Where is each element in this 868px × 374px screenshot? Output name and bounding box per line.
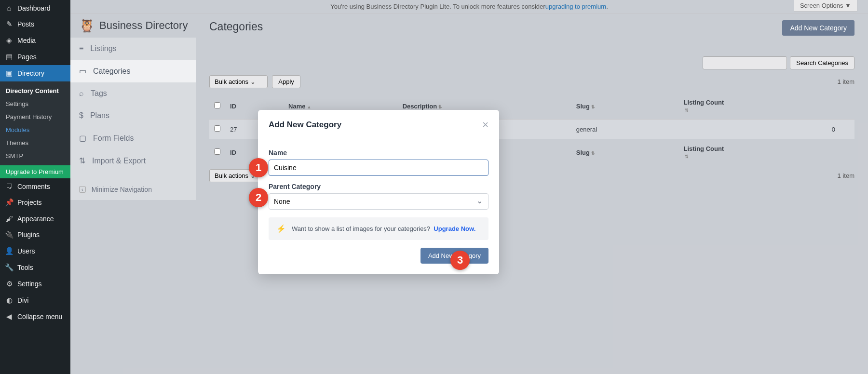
plugins-icon: 🔌 <box>5 230 14 239</box>
menu-tools[interactable]: 🔧Tools <box>0 259 70 276</box>
brand-icon: 🦉 <box>79 18 95 33</box>
categories-icon: ▭ <box>79 67 86 76</box>
select-all-top[interactable] <box>214 102 220 108</box>
menu-settings[interactable]: ⚙Settings <box>0 276 70 292</box>
top-notice: You're using Business Directory Plugin L… <box>70 0 868 13</box>
bolt-icon: ⚡ <box>276 224 286 233</box>
close-icon[interactable]: × <box>482 119 488 131</box>
listings-icon: ≡ <box>79 44 83 53</box>
modal-title: Add New Category <box>269 120 341 130</box>
menu-dashboard[interactable]: ⌂Dashboard <box>0 0 70 16</box>
wp-admin-sidebar: ⌂Dashboard ✎Posts ◈Media ▤Pages ▣Directo… <box>0 0 70 374</box>
directory-sidebar: ≡Listings ▭Categories ⌕Tags $Plans ▢Form… <box>70 38 196 200</box>
menu-users[interactable]: 👤Users <box>0 243 70 259</box>
col-count-foot[interactable]: Listing Count⇅ <box>678 139 854 166</box>
notice-text: You're using Business Directory Plugin L… <box>330 3 545 10</box>
directory-brand: 🦉 Business Directory <box>70 13 196 38</box>
comments-icon: 🗨 <box>5 182 14 190</box>
cell-count: 0 <box>678 120 854 139</box>
menu-projects[interactable]: 📌Projects <box>0 194 70 211</box>
projects-icon: 📌 <box>5 198 14 207</box>
upsell-banner: ⚡ Want to show a list of images for your… <box>269 217 488 240</box>
menu-pages[interactable]: ▤Pages <box>0 49 70 65</box>
appearance-icon: 🖌 <box>5 214 14 223</box>
menu-plugins[interactable]: 🔌Plugins <box>0 227 70 243</box>
menu-comments[interactable]: 🗨Comments <box>0 178 70 194</box>
menu-media[interactable]: ◈Media <box>0 32 70 49</box>
search-categories-button[interactable]: Search Categories <box>790 56 854 69</box>
col-slug[interactable]: Slug⇅ <box>571 93 679 120</box>
search-toolbar: Search Categories <box>209 56 854 69</box>
submenu-directory-content[interactable]: Directory Content <box>0 84 70 97</box>
submenu-smtp[interactable]: SMTP <box>0 149 70 162</box>
item-count-bottom: 1 item <box>838 172 854 179</box>
menu-divi[interactable]: ◐Divi <box>0 292 70 308</box>
settings-icon: ⚙ <box>5 280 14 288</box>
bulk-actions-select[interactable]: Bulk actions ⌄ <box>209 75 268 88</box>
divi-icon: ◐ <box>5 296 14 305</box>
posts-icon: ✎ <box>5 20 14 28</box>
directory-icon: ▣ <box>5 69 14 78</box>
add-category-modal: Add New Category × Name Parent Category … <box>258 110 499 274</box>
col-slug-foot[interactable]: Slug⇅ <box>571 139 679 166</box>
sort-icon: ⇅ <box>685 108 689 113</box>
upgrade-to-premium[interactable]: Upgrade to Premium <box>0 165 70 178</box>
bulk-row-top: Bulk actions ⌄ Apply 1 item <box>209 75 854 88</box>
submenu-modules[interactable]: Modules <box>0 123 70 136</box>
minimize-navigation[interactable]: ‹Minimize Navigation <box>70 179 196 200</box>
submenu-payment-history[interactable]: Payment History <box>0 110 70 123</box>
submenu-themes[interactable]: Themes <box>0 136 70 149</box>
pages-icon: ▤ <box>5 53 14 61</box>
select-all-bottom[interactable] <box>214 148 220 155</box>
sort-icon: ⇅ <box>438 105 442 109</box>
media-icon: ◈ <box>5 36 14 45</box>
cell-slug: general <box>571 120 679 139</box>
search-input[interactable] <box>703 56 787 69</box>
tags-icon: ⌕ <box>79 89 84 98</box>
annotation-marker-3: 3 <box>450 251 470 270</box>
add-new-category-button[interactable]: Add New Category <box>782 20 854 36</box>
col-listing-count[interactable]: Listing Count⇅ <box>678 93 854 120</box>
menu-posts[interactable]: ✎Posts <box>0 16 70 32</box>
annotation-marker-1: 1 <box>249 158 268 177</box>
dashboard-icon: ⌂ <box>5 4 14 12</box>
sort-asc-icon: ▲ <box>307 105 312 109</box>
submenu-settings[interactable]: Settings <box>0 97 70 110</box>
form-fields-icon: ▢ <box>79 134 86 143</box>
collapse-menu[interactable]: ◀Collapse menu <box>0 308 70 325</box>
brand-title: Business Directory <box>99 19 188 32</box>
menu-directory[interactable]: ▣Directory <box>0 65 70 81</box>
annotation-marker-2: 2 <box>249 188 268 207</box>
upgrade-now-link[interactable]: Upgrade Now. <box>434 225 475 232</box>
ds-plans[interactable]: $Plans <box>70 105 196 127</box>
apply-button[interactable]: Apply <box>272 75 300 88</box>
collapse-icon: ◀ <box>5 312 14 321</box>
parent-category-select[interactable]: None <box>269 193 488 210</box>
directory-submenu: Directory Content Settings Payment Histo… <box>0 81 70 165</box>
import-export-icon: ⇅ <box>79 156 85 165</box>
ds-categories[interactable]: ▭Categories <box>70 60 196 82</box>
upgrade-link[interactable]: upgrading to premium <box>545 3 606 10</box>
page-title: Categories <box>209 20 263 33</box>
parent-label: Parent Category <box>269 183 488 190</box>
row-checkbox[interactable] <box>214 125 220 132</box>
upsell-text: Want to show a list of images for your c… <box>292 225 430 232</box>
ds-form-fields[interactable]: ▢Form Fields <box>70 127 196 149</box>
menu-appearance[interactable]: 🖌Appearance <box>0 211 70 227</box>
item-count-top: 1 item <box>838 78 854 85</box>
ds-listings[interactable]: ≡Listings <box>70 38 196 60</box>
plans-icon: $ <box>79 111 83 120</box>
ds-tags[interactable]: ⌕Tags <box>70 82 196 105</box>
screen-options-toggle[interactable]: Screen Options ▼ <box>794 0 857 12</box>
sort-icon: ⇅ <box>591 105 595 109</box>
ds-import-export[interactable]: ⇅Import & Export <box>70 149 196 172</box>
tools-icon: 🔧 <box>5 263 14 272</box>
chevron-left-icon: ‹ <box>79 186 86 193</box>
users-icon: 👤 <box>5 247 14 255</box>
name-label: Name <box>269 149 488 157</box>
category-name-input[interactable] <box>269 160 488 176</box>
